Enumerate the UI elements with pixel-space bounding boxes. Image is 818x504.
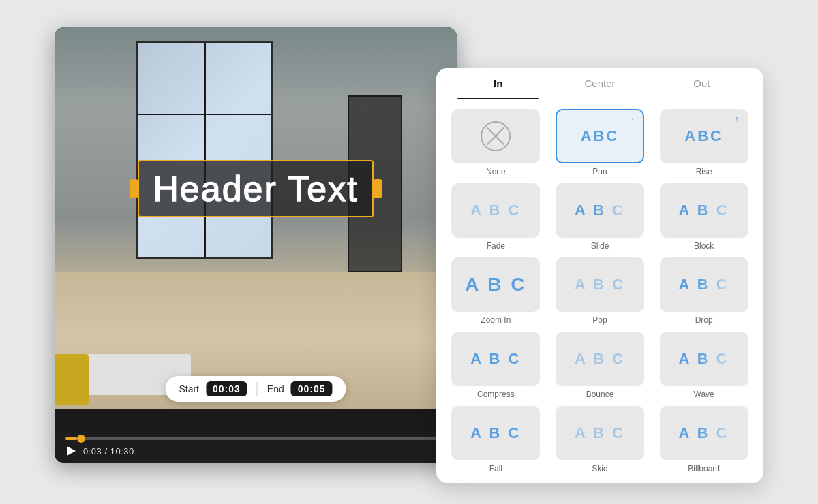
anim-cell-zoom-in[interactable]: A B C Zoom In [447,257,545,325]
play-button[interactable] [65,445,76,456]
time-display: 0:03 / 10:30 [83,446,134,456]
anim-cell-slide[interactable]: A B C Slide [551,183,649,251]
anim-thumb-slide[interactable]: A B C [556,183,644,238]
anim-thumb-compress[interactable]: A B C [451,332,540,386]
anim-cell-fade[interactable]: A B C Fade [447,183,545,251]
header-text-handle-right[interactable] [374,179,382,198]
anim-label-billboard: Billboard [688,464,720,473]
anim-thumb-billboard[interactable]: A B C [660,406,748,460]
time-divider [257,382,258,396]
anim-cell-rise[interactable]: ↑ ABC Rise [655,109,753,176]
progress-thumb[interactable] [77,435,85,443]
anim-cell-block[interactable]: A B C Block [655,183,753,251]
header-text-content[interactable]: Header Text [153,168,358,209]
anim-cell-none[interactable]: None [447,109,545,176]
tab-out[interactable]: Out [651,68,753,99]
panel-tabs: In Center Out [436,68,763,99]
animation-grid: None → ABC Pan ↑ ABC Rise [436,99,763,483]
fade-abc: A B C [470,202,521,219]
anim-label-fade: Fade [487,241,505,251]
zoomin-abc: A B C [465,274,526,296]
anim-cell-compress[interactable]: A B C Compress [447,332,545,399]
progress-track[interactable] [65,437,446,440]
anim-thumb-zoom-in[interactable]: A B C [451,257,540,312]
slide-abc: A B C [575,202,625,219]
header-text-overlay: Header Text [95,160,416,217]
anim-label-block: Block [694,241,714,251]
anim-cell-pop[interactable]: A B C Pop [551,257,649,325]
anim-label-none: None [486,167,506,176]
header-text-handle-left[interactable] [130,179,138,198]
animation-panel: In Center Out None → ABC [436,68,763,483]
bounce-abc: A B C [575,350,625,368]
anim-cell-drop[interactable]: A B C Drop [655,257,753,325]
anim-cell-pan[interactable]: → ABC Pan [551,109,649,176]
anim-thumb-drop[interactable]: A B C [660,257,748,312]
main-container: Header Text Start 00:03 End 00:05 [34,27,784,477]
anim-thumb-block[interactable]: A B C [660,183,748,238]
start-time[interactable]: 00:03 [206,381,247,396]
anim-cell-wave[interactable]: A B C Wave [655,332,753,399]
scene-window [136,41,273,259]
anim-label-pop: Pop [592,315,607,325]
video-player: Header Text Start 00:03 End 00:05 [55,27,457,463]
anim-thumb-wave[interactable]: A B C [660,332,748,386]
anim-cell-bounce[interactable]: A B C Bounce [551,332,649,399]
rise-arrow-icon: ↑ [735,114,739,123]
anim-cell-billboard[interactable]: A B C Billboard [655,406,753,473]
anim-cell-fall[interactable]: A B C Fall [447,406,545,473]
header-text-box[interactable]: Header Text [138,160,373,217]
tab-in[interactable]: In [447,68,549,99]
anim-label-slide: Slide [591,241,609,251]
start-label: Start [179,383,199,394]
total-time: 10:30 [110,446,134,456]
anim-label-compress: Compress [477,390,515,399]
anim-label-drop: Drop [695,315,713,325]
anim-label-zoom-in: Zoom In [481,315,511,325]
anim-thumb-pan[interactable]: → ABC [556,109,644,163]
end-label: End [267,383,284,394]
wave-abc: A B C [679,350,729,368]
playback-controls: 0:03 / 10:30 [65,445,446,456]
anim-thumb-bounce[interactable]: A B C [556,332,644,386]
anim-thumb-rise[interactable]: ↑ ABC [660,109,748,163]
anim-cell-skid[interactable]: A B C Skid [551,406,649,473]
billboard-abc: A B C [679,424,729,442]
playback-bar: 0:03 / 10:30 [55,432,457,463]
fall-abc: A B C [470,424,521,442]
anim-thumb-pop[interactable]: A B C [556,257,644,312]
anim-thumb-fade[interactable]: A B C [451,183,540,238]
time-separator: / [104,446,110,456]
anim-thumb-skid[interactable]: A B C [556,406,644,460]
anim-label-fall: Fall [489,464,502,473]
end-time[interactable]: 00:05 [291,381,333,396]
anim-thumb-fall[interactable]: A B C [451,406,540,460]
anim-label-pan: Pan [592,167,607,176]
drop-abc: A B C [679,276,729,294]
play-icon [67,446,76,456]
anim-label-skid: Skid [592,464,607,473]
anim-thumb-none[interactable] [451,109,540,163]
pan-arrow-icon: → [627,114,635,123]
current-time: 0:03 [83,446,102,456]
tab-center[interactable]: Center [549,68,650,99]
progress-fill [65,437,77,440]
anim-label-wave: Wave [694,390,714,399]
skid-abc: A B C [575,424,625,442]
compress-abc: A B C [470,350,521,368]
block-abc: A B C [679,202,729,219]
scene-chair [55,354,89,405]
anim-label-rise: Rise [696,167,712,176]
pan-abc: ABC [581,127,620,145]
anim-label-bounce: Bounce [586,390,614,399]
time-bar: Start 00:03 End 00:05 [165,376,346,402]
pop-abc: A B C [575,276,625,294]
rise-abc: ABC [684,127,723,145]
scene-window-grid [138,43,271,257]
